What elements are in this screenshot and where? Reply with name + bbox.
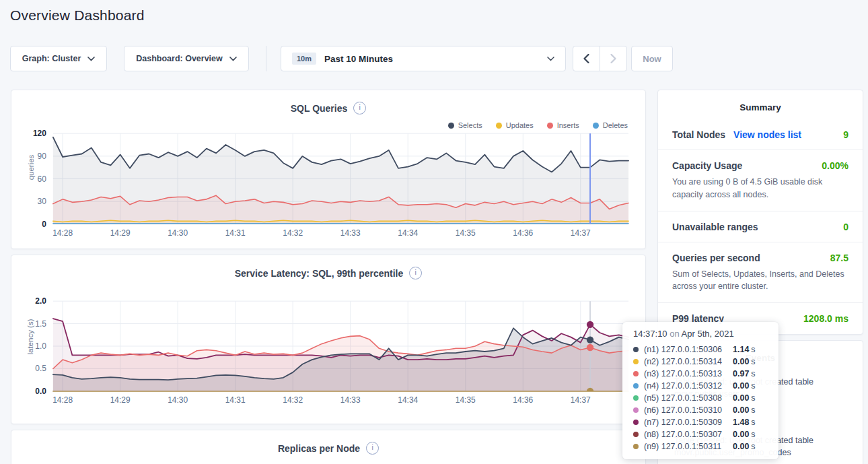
service-latency-plot: 0.00.51.01.52.014:2814:2914:3014:3114:32… bbox=[11, 293, 645, 418]
legend-dot-icon bbox=[496, 123, 502, 129]
tooltip-node-label: (n5) 127.0.0.1:50308 bbox=[644, 393, 733, 403]
node-color-dot-icon bbox=[633, 359, 639, 364]
node-color-dot-icon bbox=[633, 371, 639, 376]
tooltip-on: on bbox=[670, 329, 679, 339]
node-color-dot-icon bbox=[633, 444, 639, 449]
controls-divider bbox=[266, 46, 266, 71]
tooltip-node-label: (n6) 127.0.0.1:50310 bbox=[644, 405, 733, 415]
tooltip-node-row: (n6) 127.0.0.1:503100.00s bbox=[633, 404, 768, 416]
view-nodes-list-link[interactable]: View nodes list bbox=[733, 129, 801, 140]
tooltip-node-label: (n4) 127.0.0.1:50312 bbox=[644, 381, 733, 391]
x-axis-tick-label: 14:33 bbox=[340, 228, 361, 238]
tooltip-node-label: (n1) 127.0.0.1:50306 bbox=[644, 345, 733, 354]
sql-queries-chart[interactable]: 030609012014:2814:2914:3014:3114:3214:33… bbox=[11, 129, 645, 244]
tooltip-date: Apr 5th, 2021 bbox=[682, 329, 734, 339]
legend-label: Updates bbox=[506, 121, 534, 129]
replicas-per-node-card: Replicas per Node i bbox=[11, 430, 646, 464]
info-icon[interactable]: i bbox=[353, 102, 366, 114]
x-axis-tick-label: 14:34 bbox=[398, 395, 418, 405]
capacity-usage-desc: You are using 0 B of 4.5 GiB usable disk… bbox=[672, 176, 848, 201]
tooltip-node-row: (n8) 127.0.0.1:503070.00s bbox=[633, 428, 768, 440]
x-axis-tick-label: 14:37 bbox=[571, 228, 591, 238]
now-button-label: Now bbox=[643, 54, 661, 64]
hover-dot bbox=[587, 388, 593, 395]
previous-timeframe-button[interactable] bbox=[573, 46, 600, 71]
tooltip-node-label: (n9) 127.0.0.1:50311 bbox=[644, 442, 733, 451]
tooltip-node-unit: s bbox=[751, 442, 755, 451]
tooltip-node-value: 0.00 bbox=[733, 393, 749, 403]
hover-dot bbox=[587, 336, 593, 343]
tooltip-time: 14:37:10 bbox=[633, 329, 667, 339]
graph-dropdown[interactable]: Graph: Cluster bbox=[10, 46, 107, 71]
x-axis-tick-label: 14:30 bbox=[168, 228, 188, 238]
page-title: Overview Dashboard bbox=[10, 7, 145, 24]
legend-item-updates[interactable]: Updates bbox=[496, 121, 534, 129]
tooltip-node-row: (n2) 127.0.0.1:503140.00s bbox=[633, 356, 768, 368]
x-axis-tick-label: 14:29 bbox=[110, 228, 131, 238]
event-spacer bbox=[674, 459, 846, 464]
legend-item-inserts[interactable]: Inserts bbox=[547, 121, 579, 129]
legend-label: Selects bbox=[458, 121, 482, 129]
legend-dot-icon bbox=[547, 123, 553, 129]
y-axis-tick-label: 0.0 bbox=[35, 387, 46, 396]
time-range-label: Past 10 Minutes bbox=[324, 54, 393, 64]
latency-hover-tooltip: 14:37:10 on Apr 5th, 2021 (n1) 127.0.0.1… bbox=[622, 322, 779, 459]
legend-item-deletes[interactable]: Deletes bbox=[593, 121, 628, 129]
tooltip-node-unit: s bbox=[751, 430, 755, 439]
tooltip-node-unit: s bbox=[751, 369, 755, 378]
total-nodes-label: Total Nodes bbox=[672, 129, 725, 140]
x-axis-tick-label: 14:36 bbox=[513, 228, 533, 238]
legend-label: Deletes bbox=[603, 121, 628, 129]
x-axis-tick-label: 14:31 bbox=[225, 228, 246, 238]
y-axis-tick-label: 60 bbox=[38, 174, 47, 184]
tooltip-node-unit: s bbox=[751, 418, 755, 427]
tooltip-node-row: (n3) 127.0.0.1:503130.97s bbox=[633, 368, 768, 380]
sql-queries-header: SQL Queries i bbox=[11, 90, 645, 114]
x-axis-tick-label: 14:28 bbox=[52, 228, 73, 238]
service-latency-chart[interactable]: 0.00.51.01.52.014:2814:2914:3014:3114:32… bbox=[11, 293, 645, 418]
chevron-down-icon bbox=[547, 57, 554, 61]
hover-dot bbox=[587, 321, 593, 328]
next-timeframe-button[interactable] bbox=[600, 46, 626, 71]
legend-label: Inserts bbox=[557, 121, 579, 129]
tooltip-node-unit: s bbox=[751, 381, 755, 391]
capacity-usage-label: Capacity Usage bbox=[672, 160, 742, 171]
graph-dropdown-label: Graph: Cluster bbox=[22, 54, 81, 63]
tooltip-node-unit: s bbox=[751, 393, 755, 403]
node-color-dot-icon bbox=[633, 383, 639, 389]
dashboard-dropdown[interactable]: Dashboard: Overview bbox=[124, 46, 249, 71]
total-nodes-row: Total Nodes View nodes list 9 bbox=[658, 119, 863, 150]
unavailable-ranges-value: 0 bbox=[843, 222, 848, 232]
legend-dot-icon bbox=[448, 123, 454, 129]
sql-queries-card: SQL Queries i SelectsUpdatesInsertsDelet… bbox=[11, 90, 646, 249]
chart-legend: SelectsUpdatesInsertsDeletes bbox=[448, 121, 628, 129]
chevron-down-icon bbox=[87, 57, 95, 61]
info-icon[interactable]: i bbox=[409, 267, 422, 279]
x-axis-tick-label: 14:35 bbox=[456, 228, 476, 238]
legend-item-selects[interactable]: Selects bbox=[448, 121, 482, 129]
chevron-down-icon bbox=[229, 57, 237, 61]
x-axis-tick-label: 14:37 bbox=[571, 395, 591, 405]
tooltip-node-label: (n2) 127.0.0.1:50314 bbox=[644, 357, 733, 366]
time-range-picker[interactable]: 10m Past 10 Minutes bbox=[281, 46, 566, 71]
x-axis-tick-label: 14:28 bbox=[52, 395, 73, 405]
replicas-header: Replicas per Node i bbox=[11, 430, 645, 455]
summary-title: Summary bbox=[658, 90, 863, 119]
chevron-left-icon bbox=[583, 54, 589, 63]
tooltip-node-row: (n7) 127.0.0.1:503091.48s bbox=[633, 416, 768, 428]
tooltip-node-value: 0.00 bbox=[733, 405, 749, 415]
capacity-usage-row: Capacity Usage 0.00% You are using 0 B o… bbox=[658, 150, 863, 211]
info-icon[interactable]: i bbox=[366, 442, 379, 455]
node-color-dot-icon bbox=[633, 407, 639, 413]
y-axis-tick-label: 1.5 bbox=[35, 319, 46, 329]
now-button[interactable]: Now bbox=[631, 46, 673, 71]
hover-dot bbox=[587, 344, 593, 351]
x-axis-tick-label: 14:30 bbox=[168, 395, 188, 405]
x-axis-tick-label: 14:34 bbox=[398, 228, 418, 238]
x-axis-tick-label: 14:32 bbox=[283, 228, 303, 238]
time-range-badge: 10m bbox=[292, 53, 316, 65]
tooltip-node-value: 1.48 bbox=[733, 418, 749, 427]
node-color-dot-icon bbox=[633, 347, 639, 352]
tooltip-node-value: 0.97 bbox=[733, 369, 749, 378]
time-step-buttons bbox=[573, 46, 627, 71]
